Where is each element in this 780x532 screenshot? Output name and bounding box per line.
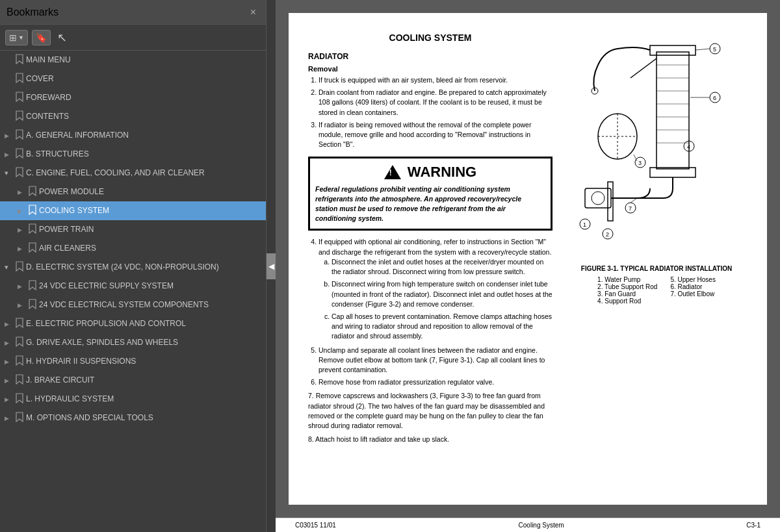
substep-4b: Disconnect wiring from high temperature … [332,279,552,309]
bookmarks-header: Bookmarks × [0,0,266,25]
bookmark-icon-gen-info [13,129,26,142]
bookmark-icon-drive-axle [13,336,26,349]
collapse-arrow-button[interactable]: ◀ [266,253,276,279]
expand-btn-structures[interactable]: ▶ [0,151,13,158]
section-title: RADIATOR [308,52,552,61]
legend-item-4: 4. Support Rod [597,298,657,305]
svg-text:1: 1 [583,222,586,228]
bookmark-icon-structures [13,148,26,160]
bookmark-label-24vdc-supply: 24 VDC ELECTRIC SUPPLY SYSTEM [39,281,261,292]
expand-btn-power-train[interactable]: ▶ [13,227,26,233]
bookmark-add-button[interactable]: 🔖 [32,30,51,45]
expand-btn-gen-info[interactable]: ▶ [0,133,13,139]
footer-right: C3-1 [746,522,760,529]
bookmark-item-electric-prop[interactable]: ▶E. ELECTRIC PROPULSION AND CONTROL [0,314,266,333]
bookmark-item-drive-axle[interactable]: ▶G. DRIVE AXLE, SPINDLES AND WHEELS [0,333,266,352]
bookmark-label-foreward: FOREWARD [26,93,261,103]
close-button[interactable]: × [247,5,259,19]
bookmark-item-24vdc-components[interactable]: ▶24 VDC ELECTRICAL SYSTEM COMPONENTS [0,296,266,314]
document-page: COOLING SYSTEM RADIATOR Removal If truck… [289,13,767,505]
bookmark-label-drive-axle: G. DRIVE AXLE, SPINDLES AND WHEELS [26,338,261,348]
bookmark-item-24vdc-supply[interactable]: ▶24 VDC ELECTRIC SUPPLY SYSTEM [0,277,266,296]
bookmark-item-cover[interactable]: COVER [0,70,266,88]
cursor-icon: ↖ [57,31,67,45]
step-8: 8. Attach hoist to lift radiator and tak… [308,435,552,444]
bookmark-item-gen-info[interactable]: ▶A. GENERAL INFORMATION [0,126,266,145]
bookmark-item-structures[interactable]: ▶B. STRUCTURES [0,145,266,164]
bookmark-icon-24vdc-supply [26,280,39,292]
expand-btn-hydrair[interactable]: ▶ [0,359,13,365]
legend-item-2: 2. Tube Support Rod [597,283,657,290]
expand-btn-24vdc-supply[interactable]: ▶ [13,283,26,290]
footer-center: Cooling System [519,522,564,529]
legend-col-1: 1. Water Pump 2. Tube Support Rod 3. Fan… [597,276,657,305]
bookmark-label-hydraulic: L. HYDRAULIC SYSTEM [26,394,261,405]
expand-btn-drive-axle[interactable]: ▶ [0,340,13,346]
bookmark-label-power-train: POWER TRAIN [39,225,261,235]
expand-btn-cooling-system[interactable]: ▶ [13,208,26,214]
substep-4c: Cap all hoses to prevent contamination. … [332,312,552,342]
bookmark-item-electric-system[interactable]: ▾D. ELECTRIC SYSTEM (24 VDC, NON-PROPULS… [0,258,266,277]
legend-col-2: 5. Upper Hoses 6. Radiator 7. Outlet Elb… [670,276,715,305]
svg-line-12 [630,198,637,203]
bookmark-icon-brake [13,374,26,386]
bookmark-item-power-module[interactable]: ▶POWER MODULE [0,183,266,201]
legend-item-5: 5. Upper Hoses [670,276,715,283]
dropdown-arrow: ▼ [18,34,24,41]
expand-btn-air-cleaners[interactable]: ▶ [13,246,26,252]
grid-view-button[interactable]: ⊞ ▼ [5,30,28,45]
expand-btn-power-module[interactable]: ▶ [13,189,26,196]
expand-btn-engine-fuel[interactable]: ▾ [0,169,13,177]
bookmark-item-engine-fuel[interactable]: ▾C. ENGINE, FUEL, COOLING, AND AIR CLEAN… [0,164,266,183]
bookmark-icon-engine-fuel [13,167,26,179]
bookmark-icon-cover [13,73,26,85]
legend-item-3: 3. Fan Guard [597,290,657,298]
bookmark-item-air-cleaners[interactable]: ▶AIR CLEANERS [0,239,266,258]
expand-btn-24vdc-components[interactable]: ▶ [13,302,26,309]
figure-legend: 1. Water Pump 2. Tube Support Rod 3. Fan… [566,276,748,305]
expand-btn-hydraulic[interactable]: ▶ [0,396,13,403]
bookmark-label-power-module: POWER MODULE [39,187,261,197]
bookmark-icon-power-train [26,223,39,236]
bookmark-item-hydrair[interactable]: ▶H. HYDRAIR II SUSPENSIONS [0,352,266,371]
bookmark-icon-foreward [13,92,26,104]
expand-btn-electric-system[interactable]: ▾ [0,263,13,272]
bookmark-item-foreward[interactable]: FOREWARD [0,88,266,107]
bookmark-item-cooling-system[interactable]: ▶COOLING SYSTEM [0,201,266,220]
bookmark-item-contents[interactable]: CONTENTS [0,107,266,126]
bookmark-label-brake: J. BRAKE CIRCUIT [26,375,261,386]
expand-btn-options[interactable]: ▶ [0,415,13,422]
bookmark-icon-electric-system [13,261,26,273]
figure-container: 7 5 6 [566,32,748,305]
subsection-title: Removal [308,65,552,73]
bookmark-icon-power-module [26,186,39,198]
step-3: If radiator is being removed without the… [318,120,552,150]
bookmark-item-main-menu[interactable]: MAIN MENU [0,51,266,70]
bookmark-item-options[interactable]: ▶M. OPTIONS AND SPECIAL TOOLS [0,409,266,427]
legend-item-6: 6. Radiator [670,283,715,290]
document-right-column: 7 5 6 [566,32,748,492]
bookmark-item-power-train[interactable]: ▶POWER TRAIN [0,220,266,239]
expand-btn-brake[interactable]: ▶ [0,377,13,384]
warning-title: WARNING [408,164,476,181]
bookmarks-list: MAIN MENUCOVERFOREWARDCONTENTS▶A. GENERA… [0,51,266,532]
bookmark-label-gen-info: A. GENERAL INFORMATION [26,131,261,141]
bookmark-label-cover: COVER [26,74,261,84]
warning-box: ! WARNING Federal regulations prohibit v… [308,157,552,231]
expand-btn-electric-prop[interactable]: ▶ [0,321,13,327]
svg-text:4: 4 [687,144,690,150]
svg-point-21 [592,192,604,205]
steps-list-continued: If equipped with optional air conditioni… [318,237,552,387]
bookmark-icon-air-cleaners [26,242,39,255]
bookmark-label-air-cleaners: AIR CLEANERS [39,244,261,254]
bookmark-icon-contents [13,110,26,123]
bookmark-label-24vdc-components: 24 VDC ELECTRICAL SYSTEM COMPONENTS [39,300,261,310]
bookmark-item-brake[interactable]: ▶J. BRAKE CIRCUIT [0,371,266,390]
bookmarks-title: Bookmarks [6,6,58,18]
document-panel: COOLING SYSTEM RADIATOR Removal If truck… [276,0,780,532]
step-7: 7. Remove capscrews and lockwashers (3, … [308,391,552,431]
legend-item-1: 1. Water Pump [597,276,657,283]
bookmark-label-structures: B. STRUCTURES [26,149,261,160]
bookmark-item-hydraulic[interactable]: ▶L. HYDRAULIC SYSTEM [0,390,266,409]
document-main-title: COOLING SYSTEM [308,32,552,43]
